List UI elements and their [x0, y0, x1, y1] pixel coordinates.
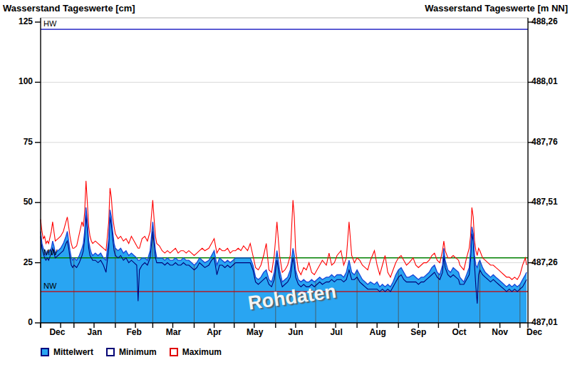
minimum-swatch-icon — [106, 348, 115, 356]
maximum-swatch-icon — [170, 348, 178, 356]
legend-label: Maximum — [182, 347, 222, 357]
plot-area — [0, 0, 570, 392]
legend-item-maximum: Maximum — [170, 347, 222, 357]
legend: Mittelwert Minimum Maximum — [41, 347, 222, 357]
legend-label: Minimum — [119, 347, 157, 357]
mittelwert-swatch-icon — [41, 348, 49, 356]
legend-item-mittelwert: Mittelwert — [41, 347, 93, 357]
legend-label: Mittelwert — [53, 347, 93, 357]
water-level-chart-window: Wasserstand Tageswerte [cm] Wasserstand … — [0, 0, 570, 392]
legend-item-minimum: Minimum — [106, 347, 157, 357]
